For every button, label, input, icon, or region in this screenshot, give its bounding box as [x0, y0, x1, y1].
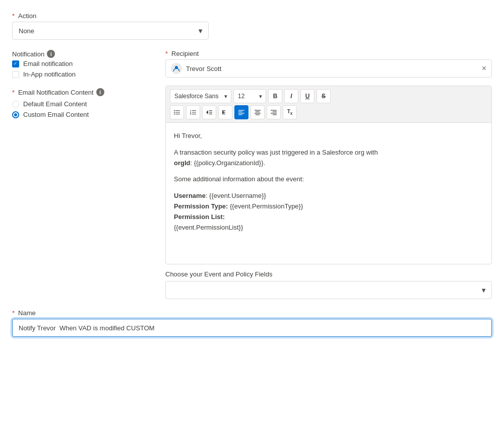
custom-email-label: Custom Email Content — [23, 111, 89, 118]
email-content-required-star: * — [12, 89, 15, 96]
rte-toolbar: Salesforce Sans ▼ 12 ▼ B I U S — [166, 86, 491, 123]
email-notification-row: Email notification — [12, 60, 153, 67]
increase-indent-button[interactable] — [218, 105, 232, 119]
recipient-label: * Recipient — [165, 50, 492, 57]
select-fields-control: Select Fields... ▼ — [165, 281, 492, 299]
svg-rect-20 — [222, 114, 225, 114]
svg-rect-31 — [271, 113, 277, 113]
rte-body[interactable]: Hi Trevor, A transaction security policy… — [166, 123, 491, 264]
svg-rect-4 — [175, 112, 180, 113]
toolbar-row-1: Salesforce Sans ▼ 12 ▼ B I U S — [170, 89, 487, 103]
left-column: Notification i Email notification In-App… — [12, 50, 153, 299]
name-input[interactable] — [12, 319, 492, 337]
default-email-radio[interactable] — [12, 101, 19, 108]
action-section: * Action None ▼ — [12, 12, 492, 40]
inapp-notification-checkbox[interactable] — [12, 71, 19, 78]
svg-rect-30 — [273, 111, 277, 112]
email-notification-label: Email notification — [23, 60, 73, 67]
recipient-section: * Recipient Trevor Scott × — [165, 50, 492, 78]
svg-rect-18 — [222, 110, 225, 111]
recipient-avatar-icon — [171, 63, 182, 74]
default-email-label: Default Email Content — [23, 100, 87, 108]
email-content-label: * Email Notification Content i — [12, 88, 153, 96]
permtype-bold-label: Permission Type: — [174, 202, 228, 210]
size-select[interactable]: 12 — [233, 89, 266, 103]
svg-text:3.: 3. — [190, 113, 192, 115]
size-select-wrapper: 12 ▼ — [233, 89, 266, 103]
svg-rect-24 — [238, 114, 242, 115]
bold-button[interactable]: B — [268, 89, 282, 103]
italic-button[interactable]: I — [284, 89, 298, 103]
email-content-section: * Email Notification Content i Default E… — [12, 88, 153, 118]
inapp-notification-label: In-App notification — [23, 70, 76, 78]
strikethrough-button[interactable]: S — [317, 89, 331, 103]
svg-rect-16 — [209, 114, 212, 114]
align-left-button[interactable] — [234, 105, 248, 119]
font-select-wrapper: Salesforce Sans ▼ — [170, 89, 231, 103]
svg-rect-22 — [238, 111, 242, 112]
email-line2: Some additional information about the ev… — [174, 174, 483, 185]
name-label: * Name — [12, 309, 492, 317]
svg-rect-12 — [192, 114, 196, 114]
permtype-value: {{event.PermissionType}} — [228, 202, 303, 210]
underline-button[interactable]: U — [300, 89, 314, 103]
email-content-radio-group: Default Email Content Custom Email Conte… — [12, 100, 153, 118]
email-line1: A transaction security policy was just t… — [174, 148, 483, 169]
notification-section: Notification i Email notification In-App… — [12, 50, 153, 78]
svg-rect-32 — [273, 114, 277, 115]
email-notification-checkbox[interactable] — [12, 60, 19, 67]
name-section: * Name — [12, 309, 492, 337]
notification-info-icon[interactable]: i — [47, 50, 55, 58]
two-col-layout: Notification i Email notification In-App… — [12, 50, 492, 299]
notification-label: Notification i — [12, 50, 153, 58]
svg-rect-27 — [255, 113, 261, 113]
svg-rect-10 — [192, 112, 196, 113]
unordered-list-button[interactable] — [170, 105, 184, 119]
svg-rect-14 — [209, 110, 212, 111]
align-center-button[interactable] — [250, 105, 265, 119]
svg-point-1 — [174, 110, 175, 111]
name-required-star: * — [12, 309, 15, 317]
align-right-button[interactable] — [267, 105, 281, 119]
action-select-wrapper: None ▼ — [12, 22, 209, 40]
recipient-field[interactable]: Trevor Scott × — [165, 59, 492, 78]
email-greeting: Hi Trevor, — [174, 131, 483, 141]
select-fields-select[interactable]: Select Fields... — [165, 281, 492, 299]
right-column: * Recipient Trevor Scott × — [165, 50, 492, 299]
decrease-indent-button[interactable] — [202, 105, 216, 119]
svg-rect-15 — [209, 112, 212, 112]
recipient-value: Trevor Scott — [186, 65, 478, 73]
select-fields-section: Choose your Event and Policy Fields Sele… — [165, 270, 492, 299]
svg-rect-25 — [255, 110, 261, 111]
svg-rect-8 — [192, 110, 196, 111]
orgid-bold-label: orgId — [174, 159, 191, 167]
toolbar-row-2: 1.2.3. — [170, 105, 487, 119]
svg-rect-2 — [175, 110, 180, 111]
action-label: * Action — [12, 12, 492, 20]
permlist-bold-label: Permission List: — [174, 213, 225, 221]
custom-email-radio[interactable] — [12, 111, 19, 118]
clear-formatting-label: Tx — [287, 109, 293, 116]
action-required-star: * — [12, 12, 15, 20]
svg-marker-13 — [206, 110, 208, 114]
ordered-list-button[interactable]: 1.2.3. — [186, 105, 200, 119]
action-select[interactable]: None — [12, 22, 209, 40]
svg-rect-6 — [175, 114, 180, 114]
svg-point-3 — [174, 112, 175, 113]
username-bold-label: Username — [174, 192, 206, 199]
svg-rect-28 — [256, 114, 260, 115]
select-fields-label: Choose your Event and Policy Fields — [165, 270, 492, 278]
svg-rect-21 — [238, 110, 244, 111]
recipient-clear-icon[interactable]: × — [482, 64, 486, 73]
custom-email-row: Custom Email Content — [12, 111, 153, 118]
email-content-info-icon[interactable]: i — [96, 88, 104, 96]
font-select[interactable]: Salesforce Sans — [170, 89, 231, 103]
permlist-value: {{event.PermissionList}} — [174, 224, 243, 231]
orgid-value: : {{policy.OrganizationId}}. — [191, 159, 266, 167]
recipient-required-star: * — [165, 50, 168, 57]
email-fields: Username: {{event.Username}} Permission … — [174, 191, 483, 233]
svg-rect-19 — [222, 112, 225, 112]
svg-rect-23 — [238, 113, 244, 113]
inapp-notification-row: In-App notification — [12, 70, 153, 78]
clear-formatting-button[interactable]: Tx — [283, 105, 297, 119]
